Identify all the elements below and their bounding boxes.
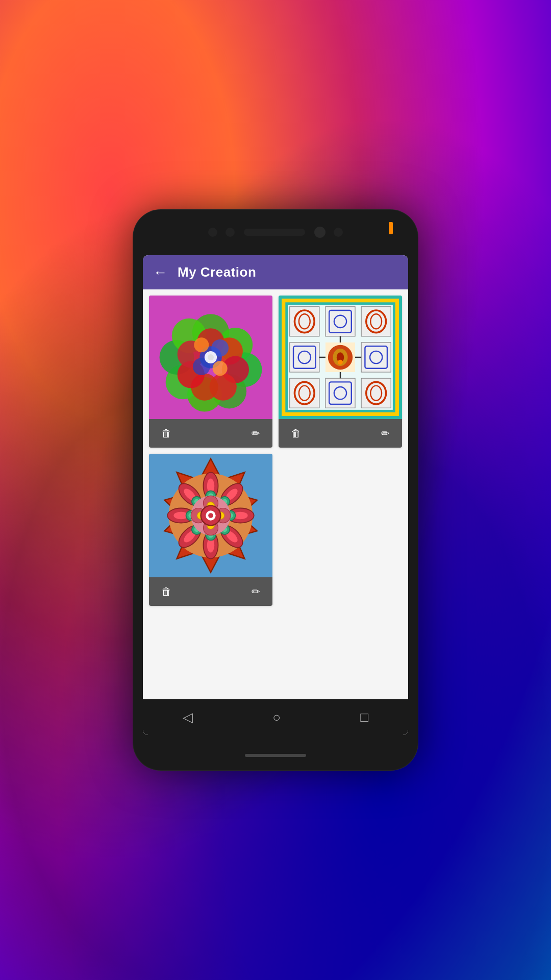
speaker-bar — [244, 229, 305, 236]
back-button[interactable]: ← — [153, 265, 167, 280]
artwork-1[interactable] — [149, 296, 272, 419]
phone-top-bar — [133, 209, 418, 255]
svg-point-22 — [208, 354, 214, 360]
svg-point-19 — [194, 337, 209, 352]
svg-point-42 — [338, 360, 343, 365]
nav-back-button[interactable]: ◁ — [183, 709, 193, 725]
edit-button-2[interactable]: ✏ — [377, 425, 394, 442]
card-3-actions: 🗑 ✏ — [149, 577, 272, 606]
artwork-3[interactable] — [149, 454, 272, 577]
delete-button-3[interactable]: 🗑 — [157, 584, 176, 600]
artwork-2[interactable] — [279, 296, 402, 419]
app-header: ← My Creation — [143, 255, 408, 289]
delete-button-1[interactable]: 🗑 — [157, 426, 176, 442]
edit-button-1[interactable]: ✏ — [247, 425, 264, 442]
camera-dot-right — [334, 228, 343, 237]
navigation-bar: ◁ ○ □ — [143, 699, 408, 735]
front-camera — [314, 227, 325, 238]
delete-button-2[interactable]: 🗑 — [287, 426, 305, 442]
svg-point-105 — [208, 513, 213, 518]
nav-recent-button[interactable]: □ — [360, 709, 368, 725]
home-indicator — [245, 754, 306, 757]
creation-card-1: 🗑 ✏ — [149, 296, 272, 448]
creations-grid: 🗑 ✏ — [143, 289, 408, 699]
camera-dot-mid — [226, 228, 235, 237]
card-2-actions: 🗑 ✏ — [279, 419, 402, 448]
screen: ← My Creation — [143, 255, 408, 735]
battery-indicator — [389, 222, 393, 234]
page-title: My Creation — [178, 264, 256, 280]
camera-dot-left — [208, 228, 217, 237]
phone-frame: ← My Creation — [133, 209, 418, 771]
nav-home-button[interactable]: ○ — [272, 709, 281, 725]
creation-card-2: 🗑 ✏ — [279, 296, 402, 448]
edit-button-3[interactable]: ✏ — [247, 583, 264, 600]
creation-card-3: 🗑 ✏ — [149, 454, 272, 606]
card-1-actions: 🗑 ✏ — [149, 419, 272, 448]
phone-bottom — [245, 740, 306, 771]
svg-point-20 — [213, 361, 228, 376]
